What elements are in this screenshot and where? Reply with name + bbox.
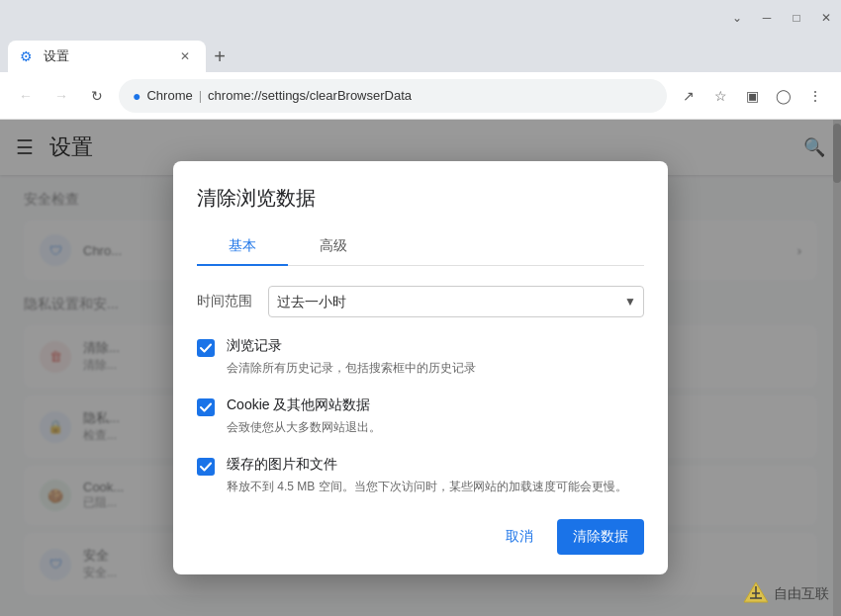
- page-content: ☰ 设置 🔍 安全检查 🛡 Chro... › 隐私设置和安... 🗑 清除..…: [0, 120, 841, 616]
- tab-basic[interactable]: 基本: [197, 227, 288, 265]
- dialog-footer: 取消 清除数据: [197, 515, 644, 555]
- cached-images-checkbox[interactable]: [197, 458, 215, 476]
- tab-bar: ⚙ 设置 ✕ +: [0, 35, 841, 72]
- time-range-select-wrapper: 过去一小时 过去24小时 过去7天 过去4周 全部时间 ▼: [268, 286, 644, 317]
- dialog-tabs: 基本 高级: [197, 227, 644, 266]
- tab-favicon-icon: ⚙: [20, 48, 36, 64]
- back-button[interactable]: ←: [12, 82, 40, 110]
- time-range-select[interactable]: 过去一小时 过去24小时 过去7天 过去4周 全部时间: [268, 286, 644, 317]
- address-favicon-icon: ●: [133, 88, 140, 104]
- address-url: chrome://settings/clearBrowserData: [208, 88, 412, 103]
- time-range-label: 时间范围: [197, 293, 252, 310]
- address-separator: |: [199, 88, 202, 103]
- browsing-history-item: 浏览记录 会清除所有历史记录，包括搜索框中的历史记录: [197, 337, 644, 377]
- cancel-button[interactable]: 取消: [490, 519, 549, 555]
- tab-label: 设置: [44, 47, 69, 65]
- browsing-history-desc: 会清除所有历史记录，包括搜索框中的历史记录: [227, 359, 644, 377]
- cookies-desc: 会致使您从大多数网站退出。: [227, 418, 644, 436]
- clear-browser-data-dialog: 清除浏览数据 基本 高级 时间范围 过去一小时 过去24小时 过去7天 过去4周…: [173, 161, 668, 574]
- toolbar-right: ↗ ☆ ▣ ◯ ⋮: [675, 82, 829, 110]
- cached-images-label: 缓存的图片和文件: [227, 456, 644, 474]
- close-button[interactable]: ✕: [819, 11, 833, 25]
- time-range-row: 时间范围 过去一小时 过去24小时 过去7天 过去4周 全部时间 ▼: [197, 286, 644, 317]
- watermark-text: 自由互联: [774, 585, 829, 603]
- check-icon: [200, 402, 212, 412]
- star-icon[interactable]: ☆: [706, 82, 734, 110]
- modal-overlay: 清除浏览数据 基本 高级 时间范围 过去一小时 过去24小时 过去7天 过去4周…: [0, 120, 841, 616]
- browsing-history-text: 浏览记录 会清除所有历史记录，包括搜索框中的历史记录: [227, 337, 644, 377]
- new-tab-button[interactable]: +: [206, 43, 234, 70]
- cookies-checkbox[interactable]: [197, 398, 215, 416]
- cookies-item: Cookie 及其他网站数据 会致使您从大多数网站退出。: [197, 396, 644, 436]
- check-icon: [200, 462, 212, 472]
- profile-icon[interactable]: ◯: [770, 82, 797, 110]
- title-bar: ⌄ ─ □ ✕: [0, 0, 841, 35]
- tab-close-button[interactable]: ✕: [176, 47, 194, 65]
- menu-icon[interactable]: ⋮: [801, 82, 829, 110]
- sidebar-icon[interactable]: ▣: [738, 82, 766, 110]
- check-icon: [200, 343, 212, 353]
- clear-data-button[interactable]: 清除数据: [557, 519, 644, 555]
- watermark: 自由互联: [742, 580, 829, 608]
- browsing-history-label: 浏览记录: [227, 337, 644, 355]
- cookies-text: Cookie 及其他网站数据 会致使您从大多数网站退出。: [227, 396, 644, 436]
- chevron-down-icon[interactable]: ⌄: [730, 11, 744, 25]
- address-brand: Chrome: [146, 88, 192, 103]
- maximize-button[interactable]: □: [790, 11, 803, 25]
- minimize-button[interactable]: ─: [760, 11, 774, 25]
- cached-images-text: 缓存的图片和文件 释放不到 4.5 MB 空间。当您下次访问时，某些网站的加载速…: [227, 456, 644, 495]
- reload-button[interactable]: ↻: [83, 82, 111, 110]
- cached-images-item: 缓存的图片和文件 释放不到 4.5 MB 空间。当您下次访问时，某些网站的加载速…: [197, 456, 644, 495]
- dialog-title: 清除浏览数据: [197, 185, 644, 212]
- browsing-history-checkbox[interactable]: [197, 339, 215, 357]
- cookies-label: Cookie 及其他网站数据: [227, 396, 644, 414]
- forward-button[interactable]: →: [47, 82, 75, 110]
- address-input[interactable]: ● Chrome | chrome://settings/clearBrowse…: [119, 79, 667, 113]
- cached-images-desc: 释放不到 4.5 MB 空间。当您下次访问时，某些网站的加载速度可能会更慢。: [227, 478, 644, 495]
- watermark-logo-icon: [742, 580, 770, 608]
- address-bar: ← → ↻ ● Chrome | chrome://settings/clear…: [0, 72, 841, 120]
- share-icon[interactable]: ↗: [675, 82, 702, 110]
- tab-advanced[interactable]: 高级: [288, 227, 379, 265]
- active-tab[interactable]: ⚙ 设置 ✕: [8, 41, 206, 72]
- title-bar-right: ⌄ ─ □ ✕: [730, 11, 833, 25]
